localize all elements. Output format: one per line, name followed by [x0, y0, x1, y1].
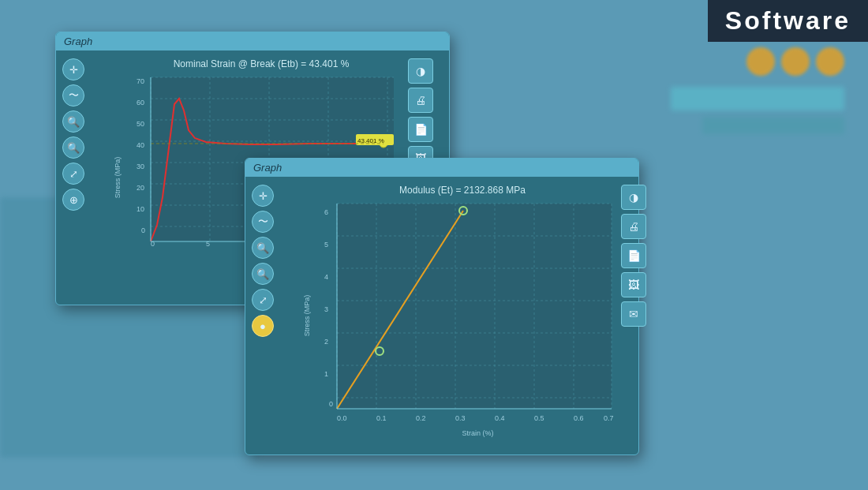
wave-tool-btn[interactable]: 〜: [62, 84, 84, 107]
svg-text:1: 1: [324, 370, 328, 378]
svg-text:0.5: 0.5: [534, 414, 544, 422]
graph2-left-toolbar: ✛ 〜 🔍 🔍 ⤢ ●: [250, 181, 275, 450]
svg-text:0: 0: [141, 226, 145, 234]
contrast-btn-g1[interactable]: ◑: [408, 58, 433, 84]
svg-rect-47: [337, 204, 612, 409]
svg-text:5: 5: [324, 241, 328, 249]
svg-text:60: 60: [137, 99, 144, 107]
svg-text:0.1: 0.1: [376, 414, 387, 422]
zoom-in-btn-g2[interactable]: 🔍: [252, 237, 274, 259]
graph1-title: Graph: [64, 36, 92, 47]
contrast-btn-g2[interactable]: ◑: [621, 185, 646, 210]
bg-circle-3: [816, 47, 844, 76]
graph2-content: ✛ 〜 🔍 🔍 ⤢ ● Modulus (Et) = 2132.868 MPa …: [245, 177, 638, 454]
zoom-in-btn[interactable]: 🔍: [62, 110, 84, 133]
graph2-title: Graph: [253, 162, 282, 174]
expand-btn[interactable]: ⤢: [62, 163, 84, 185]
svg-text:0: 0: [329, 400, 333, 408]
graph1-y-label: Stress (MPa): [114, 157, 122, 199]
svg-text:0.4: 0.4: [495, 414, 505, 422]
bg-rect-1: [671, 87, 844, 110]
graph-window-2: Graph ✛ 〜 🔍 🔍 ⤢ ● Modulus (Et) = 2132.86…: [245, 158, 639, 455]
svg-text:4: 4: [324, 273, 328, 281]
svg-text:0.0: 0.0: [337, 414, 347, 422]
svg-text:3: 3: [324, 305, 328, 313]
bg-rect-2: [702, 117, 844, 134]
svg-text:20: 20: [137, 184, 144, 192]
bg-circle-1: [746, 47, 775, 76]
mail-btn-g2[interactable]: ✉: [621, 301, 646, 327]
graph2-titlebar: Graph: [245, 159, 638, 177]
software-banner: Software: [708, 0, 868, 42]
document-btn-g2[interactable]: 📄: [621, 243, 646, 268]
svg-text:0.3: 0.3: [455, 414, 466, 422]
graph2-svg: 6 5 4 3 2 1 0 0.0 0.1 0.2 0.3 0.4 0.5 0.…: [309, 197, 616, 434]
print-btn-g2[interactable]: 🖨: [621, 214, 646, 239]
svg-text:30: 30: [137, 163, 144, 170]
graph2-right-toolbar: ◑ 🖨 📄 🖼 ✉: [619, 181, 648, 450]
graph2-chart-title: Modulus (Et) = 2132.868 MPa: [309, 181, 616, 197]
svg-text:2: 2: [324, 338, 328, 346]
svg-text:10: 10: [137, 205, 144, 213]
graph1-chart-title: Nominal Strain @ Break (Etb) = 43.401 %: [119, 55, 403, 71]
cursor-tool-btn-g2[interactable]: ✛: [252, 185, 274, 207]
image-btn-g2[interactable]: 🖼: [621, 272, 646, 297]
svg-text:6: 6: [324, 208, 328, 216]
bg-circle-2: [781, 47, 810, 76]
graph2-chart-wrapper: Modulus (Et) = 2132.868 MPa Stress (MPa)…: [279, 181, 616, 450]
svg-text:70: 70: [137, 77, 144, 85]
graph2-x-label: Strain (%): [462, 429, 493, 437]
svg-text:40: 40: [137, 141, 144, 149]
svg-text:0.2: 0.2: [416, 414, 426, 422]
wave-tool-btn-g2[interactable]: 〜: [252, 211, 274, 233]
bg-circles-area: [746, 47, 844, 76]
circle-dot-btn-g2[interactable]: ●: [252, 315, 274, 337]
svg-text:0.7: 0.7: [604, 414, 614, 422]
print-btn-g1[interactable]: 🖨: [408, 88, 433, 113]
expand-btn-g2[interactable]: ⤢: [252, 289, 274, 311]
graph2-y-label: Stress (MPa): [303, 295, 311, 337]
graph1-titlebar: Graph: [56, 32, 449, 50]
svg-text:0.6: 0.6: [574, 414, 584, 422]
svg-text:50: 50: [137, 120, 144, 128]
graph1-left-toolbar: ✛ 〜 🔍 🔍 ⤢ ⊕: [61, 55, 86, 300]
crosshair-btn[interactable]: ⊕: [62, 189, 84, 211]
zoom-out-btn-g2[interactable]: 🔍: [252, 263, 274, 285]
zoom-out-btn[interactable]: 🔍: [62, 137, 84, 159]
document-btn-g1[interactable]: 📄: [408, 117, 433, 142]
cursor-tool-btn[interactable]: ✛: [62, 58, 84, 80]
